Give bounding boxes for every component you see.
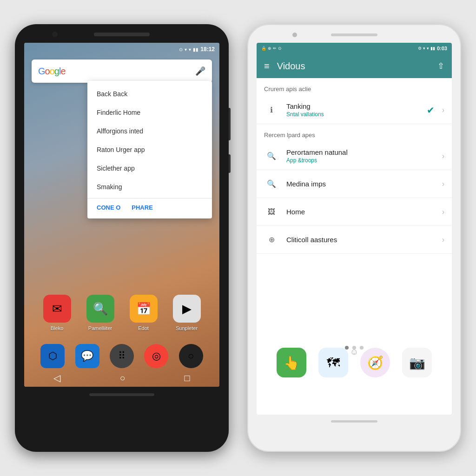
- dropdown-actions: CONE O PHARE: [87, 200, 212, 215]
- chevron-icon-1: ›: [442, 152, 444, 160]
- camera-left: [52, 32, 58, 37]
- list-item-medina[interactable]: 🔍 Medina imps ›: [257, 170, 452, 198]
- perortamen-subtitle: App &troops: [286, 157, 435, 164]
- pamelliiter-icon: 🔍: [86, 295, 114, 323]
- camera-right: [292, 33, 297, 37]
- bleko-label: Bleko: [51, 325, 64, 331]
- pamelliiter-label: Pamelliiter: [88, 325, 112, 331]
- perortamen-title: Perortamen natunal: [286, 148, 435, 156]
- list-item-home[interactable]: 🖼 Home ›: [257, 198, 452, 226]
- share-icon[interactable]: ⇧: [437, 61, 444, 71]
- dock-icon-3[interactable]: ◎: [144, 344, 168, 368]
- dropdown-item-3[interactable]: Raton Urger app: [87, 140, 212, 159]
- bleko-icon: ✉: [43, 295, 71, 323]
- cone-button[interactable]: CONE O: [97, 204, 120, 211]
- back-nav[interactable]: ◁: [53, 372, 60, 383]
- tanking-subtitle: Sntal vallations: [286, 111, 419, 118]
- time-right: 0:03: [437, 46, 447, 51]
- status-icons-right: 🔒⊕✏⊙: [261, 46, 282, 51]
- left-screen: ⊙▾▾▮▮ 18:12 Google 🎤 Back Back Finderlic…: [24, 43, 219, 387]
- status-bar-left: ⊙▾▾▮▮ 18:12: [24, 43, 219, 56]
- home-icon: 🖼: [264, 205, 279, 219]
- list-item-tanking[interactable]: ℹ Tanking Sntal vallations ✔ ›: [257, 96, 452, 124]
- right-phone: 🔒⊕✏⊙ ⚙▾▾▮▮ 0:03 ≡ Vidous ⇧ Crurem apis a…: [247, 24, 461, 452]
- mic-icon[interactable]: 🎤: [195, 66, 205, 76]
- right-screen: 🔒⊕✏⊙ ⚙▾▾▮▮ 0:03 ≡ Vidous ⇧ Crurem apis a…: [257, 43, 452, 415]
- dock-icon-0[interactable]: ⬡: [40, 344, 65, 368]
- list-item-perortamen[interactable]: 🔍 Perortamen natunal App &troops ›: [257, 142, 452, 170]
- dock: ⬡ 💬 ⠿ ◎ ○: [24, 344, 219, 368]
- home-nav[interactable]: ○: [119, 373, 125, 383]
- dropdown-item-0[interactable]: Back Back: [87, 85, 212, 103]
- dock-icon-2[interactable]: ⠿: [110, 344, 134, 368]
- home-content: Home: [286, 208, 435, 216]
- app-grid: ✉ Bleko 🔍 Pamelliiter 📅 Edot ▶ Sunpleter: [24, 295, 219, 331]
- app-sunpleter[interactable]: ▶ Sunpleter: [173, 295, 201, 331]
- power-button[interactable]: [229, 154, 231, 173]
- plus-icon: ⊕: [264, 232, 279, 247]
- cliticoll-content: Cliticoll aastures: [286, 236, 435, 244]
- sunpleter-icon: ▶: [173, 295, 201, 323]
- bottom-dot-0: [345, 346, 349, 350]
- status-bar-right: 🔒⊕✏⊙ ⚙▾▾▮▮ 0:03: [257, 43, 452, 54]
- recents-nav[interactable]: □: [184, 373, 190, 383]
- dropdown-item-2[interactable]: Alfforgions inted: [87, 122, 212, 140]
- medina-content: Medina imps: [286, 180, 435, 188]
- time-left: 18:12: [200, 46, 215, 53]
- hamburger-icon[interactable]: ≡: [264, 61, 270, 72]
- google-search-bar[interactable]: Google 🎤: [32, 60, 212, 83]
- edot-label: Edot: [138, 325, 149, 331]
- toolbar-title: Vidous: [277, 61, 430, 72]
- tanking-content: Tanking Sntal vallations: [286, 102, 419, 118]
- chevron-icon-4: ›: [442, 236, 444, 244]
- bottom-dot-2: [360, 346, 364, 350]
- section2-header: Rercem lpard apes: [257, 124, 452, 142]
- smiley: ☺: [350, 347, 358, 357]
- nav-bar-left: ◁ ○ □: [24, 369, 219, 387]
- app-toolbar: ≡ Vidous ⇧: [257, 54, 452, 78]
- bottom-bar-right: [331, 420, 377, 423]
- home-title: Home: [286, 208, 435, 216]
- chevron-icon-2: ›: [442, 180, 444, 188]
- phare-button[interactable]: PHARE: [132, 204, 153, 211]
- google-logo: Google: [38, 66, 66, 77]
- bottom-app-0[interactable]: 👆: [277, 348, 306, 377]
- edot-icon: 📅: [130, 295, 158, 323]
- perortamen-content: Perortamen natunal App &troops: [286, 148, 435, 164]
- bottom-app-3[interactable]: 📷: [402, 348, 432, 377]
- search-dropdown: Back Back Finderlic Home Alfforgions int…: [87, 81, 212, 218]
- dropdown-item-4[interactable]: Siclether app: [87, 159, 212, 178]
- check-icon: ✔: [427, 105, 435, 116]
- tanking-title: Tanking: [286, 102, 419, 110]
- chevron-icon-3: ›: [442, 208, 444, 216]
- bottom-bar-left: [89, 393, 154, 396]
- network-icons-right: ⚙▾▾▮▮: [418, 46, 435, 51]
- sunpleter-label: Sunpleter: [176, 325, 198, 331]
- chevron-icon-0: ›: [442, 106, 444, 114]
- section1-header: Crurem apis aclie: [257, 78, 452, 96]
- status-icons-left: ⊙▾▾▮▮: [179, 47, 198, 52]
- dropdown-item-5[interactable]: Smaking: [87, 178, 212, 196]
- dock-icon-4[interactable]: ○: [179, 344, 203, 368]
- volume-button[interactable]: [229, 108, 231, 140]
- search-icon-0: 🔍: [264, 149, 279, 164]
- search-icon-1: 🔍: [264, 177, 279, 192]
- app-edot[interactable]: 📅 Edot: [130, 295, 158, 331]
- dropdown-divider: [87, 198, 212, 198]
- bottom-app-2[interactable]: 🧭: [360, 348, 390, 377]
- cliticoll-title: Cliticoll aastures: [286, 236, 435, 244]
- medina-title: Medina imps: [286, 180, 435, 188]
- list-item-cliticoll[interactable]: ⊕ Cliticoll aastures ›: [257, 226, 452, 254]
- dropdown-item-1[interactable]: Finderlic Home: [87, 103, 212, 122]
- bottom-app-1[interactable]: 🗺: [318, 348, 348, 377]
- info-icon: ℹ: [264, 103, 279, 118]
- left-phone: ⊙▾▾▮▮ 18:12 Google 🎤 Back Back Finderlic…: [15, 24, 229, 452]
- speaker-right: [331, 33, 377, 36]
- app-bleko[interactable]: ✉ Bleko: [43, 295, 71, 331]
- app-pamelliiter[interactable]: 🔍 Pamelliiter: [86, 295, 114, 331]
- dock-icon-1[interactable]: 💬: [75, 344, 99, 368]
- speaker-left: [94, 33, 150, 36]
